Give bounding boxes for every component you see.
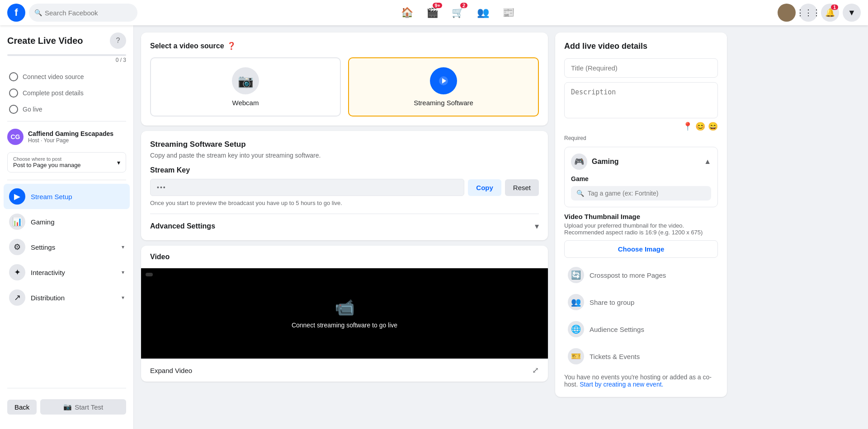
right-panel: Add live video details 📍 😊 😄 Required [555,33,727,422]
left-sidebar: Create Live Video ? 0 / 3 Connect video … [0,25,134,429]
sidebar-item-distribution[interactable]: ↗ Distribution ▾ [4,285,130,310]
settings-chevron-icon: ▾ [122,244,124,250]
copy-button[interactable]: Copy [468,179,501,196]
video-source-help-icon[interactable]: ❓ [227,42,236,50]
reset-button[interactable]: Reset [505,179,539,196]
marketplace-nav-btn[interactable]: 🛒 2 [447,2,468,23]
groups-nav-btn[interactable]: 👥 [472,2,494,23]
topnav-right: ⋮⋮⋮ 🔔 1 ▼ [778,4,861,22]
stream-key-note: Once you start to preview the broadcast … [150,200,539,206]
gaming-body: Game 🔍 [571,175,711,201]
description-field-wrapper: 📍 😊 😄 [564,82,718,131]
game-search-input[interactable] [588,190,706,197]
step-label-2: Complete post details [23,89,84,97]
events-link[interactable]: Start by creating a new event. [580,381,663,388]
streaming-icon [430,67,457,94]
sidebar-item-interactivity[interactable]: ✦ Interactivity ▾ [4,260,130,285]
distribution-label: Distribution [31,294,65,302]
divider-1 [7,121,126,121]
webcam-icon: 📷 [232,67,259,94]
description-textarea[interactable] [564,82,718,118]
main-layout: Create Live Video ? 0 / 3 Connect video … [0,25,868,429]
audience-settings-label: Audience Settings [590,326,644,333]
svg-text:f: f [14,7,18,18]
thumbnail-section: Video Thumbnail Image Upload your prefer… [564,213,718,258]
search-bar[interactable]: 🔍 [29,4,137,22]
back-button[interactable]: Back [7,400,37,415]
page-avatar: CG [7,129,24,145]
user-avatar[interactable] [778,4,796,22]
sidebar-steps: Connect video source Complete post detai… [0,69,133,117]
audience-settings-option[interactable]: 🌐 Audience Settings [564,317,718,341]
extra-options: 🔄 Crosspost to more Pages 👥 Share to gro… [564,263,718,368]
audience-settings-icon: 🌐 [568,321,584,337]
video-canvas: 📹 Connect streaming software to go live [141,268,548,359]
video-source-options: 📷 Webcam Streaming Software [150,57,539,117]
videos-nav-btn[interactable]: 🎬 9+ [421,2,443,23]
streaming-software-label: Streaming Software [414,99,473,107]
webcam-option[interactable]: 📷 Webcam [150,57,341,117]
account-menu-btn[interactable]: ▼ [843,4,861,22]
marketplace-badge: 2 [460,3,467,8]
gaming-section: 🎮 Gaming ▲ Game 🔍 [564,147,718,207]
search-icon: 🔍 [34,9,42,16]
right-card: Add live video details 📍 😊 😄 Required [555,33,727,397]
help-btn[interactable]: ? [110,33,126,49]
setup-subtitle: Copy and paste the stream key into your … [150,152,539,159]
game-label: Game [571,175,711,182]
notifications-btn[interactable]: 🔔 1 [821,4,839,22]
page-selector[interactable]: Choose where to post Post to Page you ma… [7,152,126,173]
required-label: Required [564,135,718,141]
sidebar-nav: ▶ Stream Setup 📊 Gaming ⚙ Settings ▾ ✦ I… [0,184,133,310]
settings-label: Settings [31,243,55,251]
gif-icon[interactable]: 😄 [708,121,718,131]
camera-icon: 📷 [63,403,72,411]
advanced-settings-row[interactable]: Advanced Settings ▾ [150,214,539,231]
chevron-down-icon: ▾ [117,159,120,166]
stream-key-input[interactable] [150,179,464,196]
step-connect-video[interactable]: Connect video source [4,69,130,85]
home-nav-btn[interactable]: 🏠 [396,2,418,23]
step-go-live[interactable]: Go live [4,101,130,117]
title-input[interactable] [564,58,718,78]
apps-btn[interactable]: ⋮⋮⋮ [799,4,817,22]
game-search-icon: 🔍 [576,190,584,197]
video-title-text: Video [150,253,170,261]
tickets-events-option[interactable]: 🎫 Tickets & Events [564,345,718,368]
share-group-label: Share to group [590,298,634,306]
video-source-card: Select a video source ❓ 📷 Webcam [141,33,548,126]
search-input[interactable] [45,9,132,17]
gaming-label: Gaming [31,218,55,226]
streaming-software-option[interactable]: Streaming Software [348,57,539,117]
sidebar-item-gaming[interactable]: 📊 Gaming [4,209,130,234]
expand-video-label: Expand Video [150,367,192,374]
crosspost-icon: 🔄 [568,267,584,283]
location-icon[interactable]: 📍 [683,121,693,131]
gaming-section-icon: 🎮 [571,154,587,170]
topnav: f 🔍 🏠 🎬 9+ 🛒 2 👥 📰 ⋮⋮⋮ 🔔 1 ▼ [0,0,868,25]
videos-badge: 9+ [433,3,442,8]
interactivity-label: Interactivity [31,269,65,276]
expand-video-row[interactable]: Expand Video ⤢ [141,359,548,382]
game-search-row[interactable]: 🔍 [571,186,711,201]
sidebar-item-settings[interactable]: ⚙ Settings ▾ [4,234,130,260]
step-complete-post[interactable]: Complete post details [4,85,130,101]
facebook-logo[interactable]: f [7,4,25,22]
step-label-1: Connect video source [23,73,84,80]
gaming-header[interactable]: 🎮 Gaming ▲ [571,154,711,170]
choose-image-button[interactable]: Choose Image [564,240,718,258]
thumbnail-title: Video Thumbnail Image [564,213,718,220]
video-preview-header: Video [141,246,548,268]
video-corner-badge [146,273,153,276]
setup-title: Streaming Software Setup [150,140,539,149]
crosspost-option[interactable]: 🔄 Crosspost to more Pages [564,263,718,287]
gaming-header-left: 🎮 Gaming [571,154,619,170]
emoji-icon[interactable]: 😊 [695,121,705,131]
page-name: Caffiend Gaming Escapades [28,130,113,137]
sidebar-item-stream-setup[interactable]: ▶ Stream Setup [4,184,130,209]
start-test-button[interactable]: 📷 Start Test [40,399,126,415]
divider-2 [7,180,126,180]
news-nav-btn[interactable]: 📰 [497,2,519,23]
center-panel: Select a video source ❓ 📷 Webcam [141,33,548,422]
share-group-option[interactable]: 👥 Share to group [564,290,718,314]
